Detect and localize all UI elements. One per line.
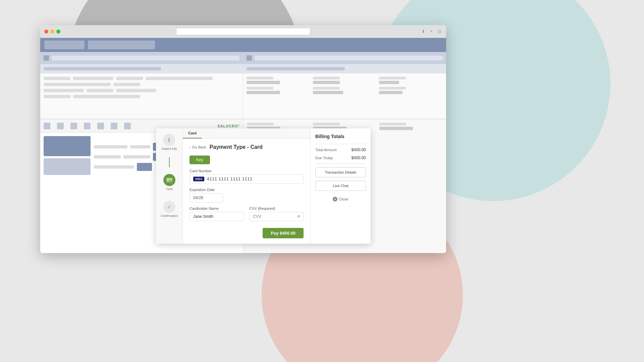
key-button[interactable]: Key [190, 156, 210, 164]
skel [44, 83, 111, 86]
billing-panel: Billing Totals Total Amount $400.00 Due … [310, 128, 371, 244]
modal-main-content: ‹ Go Back Payment Type - Card Key Card N… [183, 139, 310, 244]
wizard-step-card[interactable]: Card [163, 174, 175, 191]
back-button[interactable]: ‹ Go Back [190, 145, 206, 149]
rp-label [379, 87, 406, 89]
rp-field [247, 87, 310, 94]
skel [44, 95, 70, 98]
nav-button-2[interactable] [88, 41, 155, 49]
cvv-col: CVV (Required) 👁 [249, 206, 304, 221]
right-panel-header [243, 52, 446, 64]
rp-value [313, 81, 340, 84]
transaction-details-button[interactable]: Transaction Details [315, 167, 366, 177]
sidebar-toggle-icon[interactable]: ⊡ [437, 29, 442, 34]
rp-field [379, 87, 443, 94]
cvv-label: CVV (Required) [249, 206, 304, 210]
payment-modal: ℹ Patient Info [156, 128, 371, 244]
live-chat-button[interactable]: Live Chat [315, 181, 366, 191]
traffic-light-yellow[interactable] [50, 29, 54, 34]
left-panel-sub-header [40, 64, 243, 73]
billing-row-total: Total Amount $400.00 [315, 147, 366, 152]
wizard-step-icon-patient-info: ℹ [163, 134, 175, 146]
rp-value [313, 91, 343, 94]
cardholder-name-label: Cardholder Name [190, 206, 244, 210]
new-tab-icon[interactable]: + [429, 29, 434, 34]
panel-header-bar-right [255, 56, 443, 60]
wizard-step-patient-info[interactable]: ℹ Patient Info [162, 134, 177, 150]
cvv-input[interactable] [249, 212, 304, 221]
billing-due-amount: $400.00 [352, 156, 366, 160]
nav-button-1[interactable] [44, 41, 85, 49]
browser-chrome: ⬆ + ⊡ [40, 25, 446, 38]
skeleton-row [44, 89, 239, 92]
panel-icon-right [247, 55, 252, 61]
billing-total-label: Total Amount [315, 148, 337, 152]
wizard-step-icon-card [163, 174, 175, 186]
skel [113, 83, 140, 86]
modal-inner: ℹ Patient Info [156, 128, 371, 244]
browser-address-bar[interactable] [176, 28, 310, 35]
card-number-label: Card Number [190, 169, 304, 173]
rp-label [247, 87, 273, 89]
right-panel-sub-header [243, 64, 446, 73]
visa-badge: VISA [193, 177, 204, 181]
share-icon[interactable]: ⬆ [421, 29, 426, 34]
back-chevron-icon: ‹ [190, 145, 191, 149]
cvv-input-wrapper: 👁 [249, 212, 304, 221]
billing-due-label: Due Today [315, 156, 333, 160]
skeleton-row [44, 77, 239, 80]
rp-field [313, 87, 377, 94]
skeleton-row [44, 83, 239, 86]
rp-field [313, 77, 377, 84]
card-section: Card ‹ Go Back [183, 128, 310, 244]
cardholder-name-col: Cardholder Name [190, 206, 244, 221]
traffic-light-green[interactable] [56, 29, 60, 34]
eye-icon[interactable]: 👁 [297, 214, 301, 219]
rp-value [379, 81, 399, 84]
payment-modal-title: Payment Type - Card [210, 144, 263, 150]
svg-rect-2 [167, 180, 169, 181]
billing-total-amount: $400.00 [352, 147, 366, 152]
left-panel-top [40, 52, 243, 119]
pay-button[interactable]: Pay $400.00 [263, 228, 304, 238]
left-panel-header [40, 52, 243, 64]
svg-rect-0 [166, 178, 172, 182]
payment-modal-overlay: ℹ Patient Info [40, 119, 446, 253]
app-content: SALUCRO° [40, 38, 446, 253]
skel [116, 89, 156, 92]
left-panel-body [40, 73, 243, 104]
skeleton-row [44, 95, 239, 98]
rp-field [247, 77, 310, 84]
panel-icon-left [44, 55, 49, 61]
top-nav [40, 38, 446, 52]
rp-value [247, 81, 280, 84]
modal-header: ‹ Go Back Payment Type - Card [190, 144, 304, 150]
cardholder-name-input[interactable] [190, 212, 244, 221]
sub-header-bar-left [44, 67, 161, 70]
rp-value [247, 91, 280, 94]
panel-header-bar-left [52, 56, 239, 60]
skel [146, 77, 213, 80]
wizard-step-label-confirmation: Confirmation [161, 214, 178, 218]
skel [44, 77, 70, 80]
rp-label [379, 77, 406, 79]
billing-row-due: Due Today $400.00 [315, 156, 366, 160]
right-panel-top [243, 52, 446, 119]
card-type-item-card[interactable]: Card [183, 128, 202, 138]
right-panel-body [243, 73, 446, 98]
card-number-text: 4111 1111 1111 1111 [207, 177, 253, 181]
close-button[interactable]: ✕ Close [315, 194, 366, 204]
skel [73, 77, 113, 80]
traffic-light-red[interactable] [44, 29, 48, 34]
cvv-row: Cardholder Name CVV (Required) 👁 [190, 206, 304, 221]
skel [44, 89, 84, 92]
pay-button-container: Pay $400.00 [190, 227, 304, 238]
wizard-step-confirmation[interactable]: ✓ Confirmation [161, 201, 178, 218]
billing-divider-2 [315, 164, 366, 164]
billing-title: Billing Totals [315, 134, 366, 139]
wizard-step-icon-confirmation: ✓ [163, 201, 175, 213]
expiration-date-label: Expiration Date [190, 188, 304, 192]
svg-rect-1 [166, 179, 172, 180]
expiration-date-field: 04/26 [190, 193, 223, 202]
rp-label [313, 87, 340, 89]
